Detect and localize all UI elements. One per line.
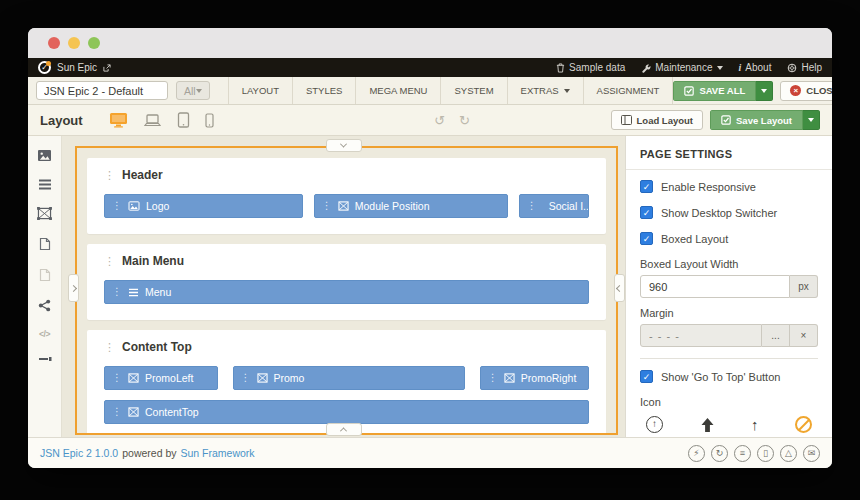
- collapse-top-tab[interactable]: [326, 139, 362, 152]
- tab-mega-menu[interactable]: MEGA MENU: [355, 77, 440, 104]
- brand-link[interactable]: ✓ Sun Epic: [38, 61, 111, 74]
- module-social[interactable]: ⋮ Social I...: [519, 194, 589, 218]
- arrow-up-bold-icon-option[interactable]: [700, 417, 715, 433]
- help-icon: [787, 63, 797, 73]
- boxed-width-input[interactable]: [640, 275, 790, 298]
- tab-layout[interactable]: LAYOUT: [228, 77, 292, 104]
- none-icon: [795, 416, 812, 433]
- margin-clear-button[interactable]: ×: [790, 324, 818, 347]
- drag-handle-icon[interactable]: ⋮: [104, 170, 115, 181]
- module-logo[interactable]: ⋮ Logo: [104, 194, 303, 218]
- module-label: Promo: [274, 372, 305, 384]
- checkbox-checked-icon: [640, 206, 653, 219]
- boxed-width-label: Boxed Layout Width: [640, 258, 818, 270]
- section-header[interactable]: ⋮ Header ⋮ Logo ⋮ Module Position: [87, 158, 606, 234]
- menu-tool-icon[interactable]: [38, 179, 52, 190]
- close-button[interactable]: × CLOSE: [780, 81, 832, 101]
- module-contenttop[interactable]: ⋮ ContentTop: [104, 400, 589, 424]
- device-laptop-button[interactable]: [143, 113, 162, 128]
- window-minimize-button[interactable]: [68, 37, 80, 49]
- section-content-top[interactable]: ⋮ Content Top ⋮ PromoLeft ⋮ Promo: [87, 330, 606, 435]
- phone-icon: [205, 113, 214, 128]
- enable-responsive-checkbox[interactable]: Enable Responsive: [640, 180, 818, 193]
- tab-extras[interactable]: EXTRAS: [507, 77, 583, 104]
- show-desktop-switcher-checkbox[interactable]: Show Desktop Switcher: [640, 206, 818, 219]
- drag-handle-icon: ⋮: [112, 287, 122, 297]
- show-gototop-checkbox[interactable]: Show 'Go To Top' Button: [640, 370, 818, 383]
- device-phone-button[interactable]: [205, 113, 214, 128]
- page-tool-icon[interactable]: [39, 237, 51, 251]
- section-main-menu[interactable]: ⋮ Main Menu ⋮ Menu: [87, 244, 606, 320]
- image-tool-icon[interactable]: [37, 149, 52, 162]
- save-layout-group: Save Layout: [710, 110, 820, 130]
- checkbox-label: Boxed Layout: [661, 233, 728, 245]
- boxed-layout-checkbox[interactable]: Boxed Layout: [640, 232, 818, 245]
- expand-left-tab[interactable]: [68, 274, 79, 302]
- page-disabled-tool-icon[interactable]: [39, 268, 51, 282]
- about-menu-item[interactable]: i About: [739, 62, 772, 73]
- share-tool-icon[interactable]: [38, 299, 51, 312]
- refresh-icon[interactable]: ↻: [711, 445, 728, 462]
- template-name-input[interactable]: [36, 81, 168, 100]
- window-zoom-button[interactable]: [88, 37, 100, 49]
- page-settings-panel: PAGE SETTINGS Enable Responsive Show Des…: [625, 136, 832, 437]
- section-title: Main Menu: [122, 254, 184, 268]
- unit-addon: px: [790, 275, 818, 298]
- device-desktop-button[interactable]: [109, 112, 128, 128]
- brand-label: Sun Epic: [57, 62, 97, 73]
- help-menu-item[interactable]: Help: [787, 62, 822, 73]
- collapse-bottom-tab[interactable]: [326, 423, 362, 436]
- circle-arrow-up-icon-option[interactable]: ↑: [646, 416, 663, 433]
- tab-assignment[interactable]: ASSIGNMENT: [583, 77, 674, 104]
- template-toolbar: All LAYOUT STYLES MEGA MENU SYSTEM EXTRA…: [28, 77, 832, 105]
- divider-tool-icon[interactable]: [38, 356, 52, 362]
- module-promoleft[interactable]: ⋮ PromoLeft: [104, 366, 218, 390]
- module-promo[interactable]: ⋮ Promo: [233, 366, 466, 390]
- expand-right-tab[interactable]: [614, 274, 625, 302]
- drag-handle-icon[interactable]: ⋮: [104, 342, 115, 353]
- sample-data-label: Sample data: [569, 62, 625, 73]
- load-layout-button[interactable]: Load Layout: [611, 110, 703, 130]
- redo-button[interactable]: ↻: [459, 113, 470, 128]
- maintenance-menu-item[interactable]: Maintenance: [641, 62, 722, 73]
- save-all-button[interactable]: SAVE ALL: [673, 81, 756, 101]
- product-version-link[interactable]: JSN Epic 2 1.0.0: [40, 447, 118, 459]
- checkbox-checked-icon: [640, 232, 653, 245]
- tab-system[interactable]: SYSTEM: [440, 77, 506, 104]
- device-switcher: [109, 112, 214, 128]
- module-promoright[interactable]: ⋮ PromoRight: [480, 366, 589, 390]
- layers-icon[interactable]: ≡: [734, 445, 751, 462]
- window-close-button[interactable]: [48, 37, 60, 49]
- no-icon-option-selected[interactable]: [795, 416, 812, 433]
- arrow-up-thin-icon-option[interactable]: ↑: [751, 417, 759, 432]
- bolt-icon[interactable]: ⚡: [688, 445, 705, 462]
- undo-button[interactable]: ↺: [434, 113, 445, 128]
- module-module-position[interactable]: ⋮ Module Position: [314, 194, 508, 218]
- code-tool-icon[interactable]: </>: [39, 329, 50, 339]
- drag-handle-icon: ⋮: [322, 201, 332, 211]
- checkbox-label: Enable Responsive: [661, 181, 756, 193]
- style-select[interactable]: All: [176, 81, 210, 100]
- module-menu[interactable]: ⋮ Menu: [104, 280, 589, 304]
- drag-handle-icon: ⋮: [527, 201, 537, 211]
- drag-handle-icon[interactable]: ⋮: [104, 256, 115, 267]
- tablet-icon: [177, 112, 190, 128]
- save-all-dropdown-button[interactable]: [756, 81, 773, 101]
- module-icon: [338, 201, 349, 211]
- sample-data-menu-item[interactable]: Sample data: [556, 62, 625, 73]
- module-position-tool-icon[interactable]: [37, 207, 52, 220]
- tab-styles[interactable]: STYLES: [292, 77, 355, 104]
- check-square-icon: [684, 86, 694, 96]
- divider: [640, 358, 818, 359]
- margin-more-button[interactable]: ...: [762, 324, 790, 347]
- mobile-icon[interactable]: ▯: [757, 445, 774, 462]
- module-label: Module Position: [355, 200, 430, 212]
- framework-link[interactable]: Sun Framework: [181, 447, 255, 459]
- device-tablet-button[interactable]: [177, 112, 190, 128]
- mail-icon[interactable]: ✉: [803, 445, 820, 462]
- save-layout-dropdown-button[interactable]: [803, 110, 820, 130]
- triangle-icon[interactable]: △: [780, 445, 797, 462]
- margin-input[interactable]: [640, 324, 762, 347]
- drag-handle-icon: ⋮: [112, 373, 122, 383]
- save-layout-button[interactable]: Save Layout: [710, 110, 803, 130]
